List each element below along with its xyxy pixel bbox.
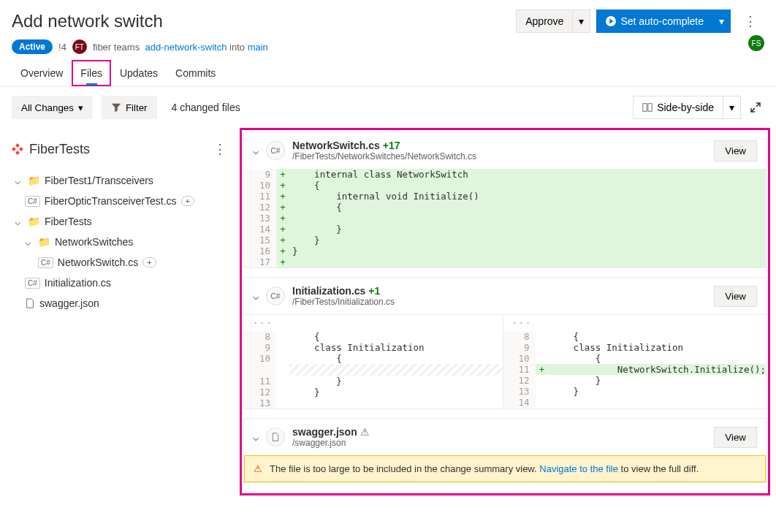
status-badge: Active [12, 39, 53, 54]
svg-rect-0 [643, 104, 647, 112]
chevron-down-icon: ▾ [719, 15, 724, 27]
set-auto-complete-button[interactable]: Set auto-complete [596, 10, 712, 33]
code-line: 12 } [503, 375, 767, 386]
collapse-toggle[interactable]: ⌵ [253, 145, 259, 156]
tree-file[interactable]: C# NetworkSwitch.cs + [12, 252, 240, 273]
chevron-down-icon: ▾ [579, 15, 584, 27]
sidebar-more-button[interactable]: ⋮ [206, 137, 234, 162]
pr-tabs: Overview Files Updates Commits [0, 60, 776, 87]
side-by-side-icon [642, 102, 653, 113]
code-line: 8 { [503, 331, 767, 342]
warning-icon: ⚠ [360, 426, 370, 438]
breadcrumb: fiber teams add-network-switch into main [93, 42, 268, 53]
view-mode-dropdown[interactable]: Side-by-side [633, 96, 723, 119]
kebab-icon: ⋮ [744, 14, 757, 28]
code-line: 10 { [244, 353, 503, 364]
tab-files[interactable]: Files [72, 60, 111, 86]
view-file-button[interactable]: View [714, 140, 757, 162]
approve-button[interactable]: Approve [516, 10, 572, 33]
collapse-toggle[interactable]: ⌵ [253, 290, 259, 302]
view-file-button[interactable]: View [714, 286, 757, 307]
into-text: into [229, 42, 245, 53]
code-line: 14 [503, 397, 767, 408]
autocomplete-button-group: Set auto-complete ▾ [596, 10, 731, 33]
auto-complete-dropdown[interactable]: ▾ [712, 10, 731, 33]
set-auto-complete-label: Set auto-complete [620, 15, 704, 27]
add-badge: + [142, 257, 156, 267]
file-icon [266, 428, 285, 446]
file-diff-card: ⌵ C# Initialization.cs +1 /FiberTests/In… [243, 277, 767, 409]
file-tree-sidebar: FiberTests ⋮ ⌵ 📁 FiberTest1/Transceivers… [6, 128, 240, 495]
team-name: fiber teams [93, 42, 140, 53]
tree-folder[interactable]: ⌵ 📁 FiberTests [12, 211, 240, 232]
changed-files-count: 4 changed files [172, 102, 240, 113]
target-branch-link[interactable]: main [248, 42, 268, 53]
code-line: 11+ NetworkSwitch.Initialize(); [503, 364, 767, 375]
tab-overview[interactable]: Overview [12, 60, 72, 86]
tab-commits[interactable]: Commits [167, 60, 224, 86]
code-line: 10+ { [244, 180, 766, 191]
diff-delta: +1 [368, 285, 380, 297]
code-line [244, 364, 503, 376]
tree-file[interactable]: C# Initialization.cs [12, 273, 240, 293]
code-line: 12+ { [244, 202, 766, 213]
chevron-down-icon: ⌵ [15, 175, 23, 186]
add-badge: + [181, 196, 194, 206]
tree-label: Initialization.cs [45, 277, 111, 289]
tree-file[interactable]: C# FiberOpticTransceiverTest.cs + [12, 191, 240, 211]
view-file-button[interactable]: View [714, 427, 757, 448]
tree-folder[interactable]: ⌵ 📁 NetworkSwitches [12, 232, 240, 252]
user-avatar[interactable]: FS [748, 35, 764, 51]
code-block: 9+ internal class NetworkSwitch10+ {11+ … [244, 169, 766, 267]
tree-folder[interactable]: ⌵ 📁 FiberTest1/Transceivers [12, 170, 240, 191]
filter-button[interactable]: Filter [102, 96, 157, 119]
file-diff-card: ⌵ swagger.json ⚠ /swagger.json View ⚠ Th… [243, 418, 767, 483]
file-path: /swagger.json [292, 438, 370, 448]
more-actions-button[interactable]: ⋮ [737, 9, 764, 34]
tree-label: FiberTests [45, 216, 92, 227]
code-line: 13 } [503, 386, 767, 397]
code-line: 15+ } [244, 235, 766, 246]
csharp-icon: C# [25, 278, 40, 289]
tree-label: NetworkSwitch.cs [58, 256, 138, 268]
source-branch-link[interactable]: add-network-switch [145, 42, 227, 53]
diff-separator: ··· [503, 315, 767, 331]
page-title: Add network switch [12, 11, 163, 31]
csharp-icon: C# [38, 257, 53, 268]
folder-icon: 📁 [28, 175, 40, 186]
tree-label: FiberOpticTransceiverTest.cs [45, 195, 177, 207]
diff-content-area: ⌵ C# NetworkSwitch.cs +17 /FiberTests/Ne… [240, 128, 770, 495]
chevron-down-icon: ⌵ [15, 216, 23, 227]
pr-id: !4 [58, 42, 66, 53]
code-line: 10 { [503, 353, 767, 364]
code-line: 12 } [244, 387, 503, 398]
fullscreen-button[interactable] [747, 99, 764, 116]
approve-dropdown[interactable]: ▾ [572, 10, 590, 33]
csharp-icon: C# [266, 286, 285, 305]
large-file-warning: ⚠ The file is too large to be included i… [244, 455, 766, 482]
view-mode-chevron[interactable]: ▾ [723, 96, 741, 119]
navigate-to-file-link[interactable]: Navigate to the file [539, 463, 618, 474]
chevron-down-icon: ⌵ [25, 236, 34, 248]
tab-updates[interactable]: Updates [111, 60, 167, 86]
chevron-down-icon: ▾ [78, 102, 83, 113]
all-changes-label: All Changes [21, 102, 74, 113]
filter-icon [111, 102, 121, 113]
code-line: 17+ [244, 256, 766, 267]
gear-play-icon [606, 16, 616, 26]
diff-split-view: ··· 8 {9 class Initialization10 {11 }12 … [244, 314, 766, 408]
tree-file[interactable]: swagger.json [12, 293, 240, 314]
tree-label: FiberTest1/Transceivers [45, 175, 153, 186]
repo-icon [12, 143, 23, 155]
all-changes-dropdown[interactable]: All Changes ▾ [12, 96, 93, 119]
warning-icon: ⚠ [254, 463, 262, 474]
diff-delta: +17 [383, 140, 400, 151]
collapse-toggle[interactable]: ⌵ [253, 431, 259, 443]
code-line: 13+ [244, 213, 766, 224]
code-line: 9 class Initialization [503, 342, 767, 353]
filter-label: Filter [126, 102, 148, 113]
file-path: /FiberTests/NetworkSwitches/NetworkSwitc… [292, 151, 476, 162]
file-title: swagger.json [292, 426, 357, 438]
warning-text: The file is too large to be included in … [270, 463, 539, 474]
folder-icon: 📁 [38, 236, 50, 248]
